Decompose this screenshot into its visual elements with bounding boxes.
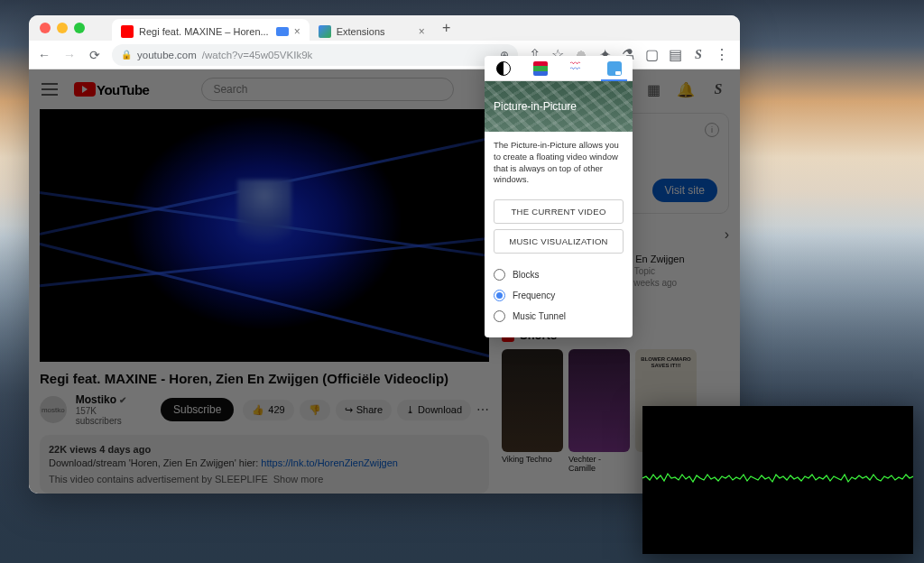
lock-icon: 🔒 (121, 50, 132, 60)
current-video-button[interactable]: THE CURRENT VIDEO (494, 199, 624, 224)
short-item[interactable]: Vechter - Camille (568, 349, 630, 473)
radio-blocks[interactable]: Blocks (494, 264, 624, 285)
thumbs-up-icon: 👍 (252, 404, 264, 416)
video-description[interactable]: 22K views 4 days ago Download/stream 'Ho… (40, 435, 489, 494)
titlebar: Regi feat. MAXINE – Horen... × Extension… (29, 15, 740, 41)
pip-visualization-window[interactable] (642, 406, 913, 554)
radio-icon (494, 269, 505, 281)
chrome-menu-icon[interactable]: ⋮ (715, 48, 729, 62)
radio-icon (494, 290, 505, 301)
new-tab-button[interactable]: + (438, 19, 456, 37)
pip-indicator-icon (276, 27, 289, 36)
tab-title: Extensions (337, 26, 385, 37)
video-title: Regi feat. MAXINE - Horen, Zien En Zwijg… (40, 371, 489, 386)
short-thumbnail (568, 349, 630, 452)
pip-icon (607, 61, 622, 76)
tab-extensions[interactable]: Extensions × (310, 19, 434, 44)
extension-square-icon[interactable]: ▢ (644, 48, 659, 62)
close-tab-icon[interactable]: × (419, 25, 425, 38)
close-window-button[interactable] (40, 23, 51, 33)
popup-tab-strip (485, 56, 633, 81)
tab-title: Regi feat. MAXINE – Horen... (139, 26, 269, 37)
channel-avatar[interactable]: mostko (40, 396, 67, 423)
youtube-play-icon (74, 82, 96, 97)
channel-name[interactable]: Mostiko ✔ (76, 393, 144, 406)
short-thumbnail (502, 349, 563, 452)
toolbar: ← → ⟳ 🔒 youtube.com/watch?v=45w05VKIk9k … (29, 41, 740, 69)
short-item[interactable]: Viking Techno (502, 349, 563, 473)
color-grid-icon (533, 61, 548, 76)
popup-tab-pip[interactable] (596, 56, 633, 80)
extension-favicon-icon (319, 25, 331, 38)
youtube-logo[interactable]: YouTube (74, 82, 149, 97)
like-button[interactable]: 👍429 (243, 400, 293, 420)
address-bar[interactable]: 🔒 youtube.com/watch?v=45w05VKIk9k ⊕ (112, 44, 518, 66)
download-icon: ⤓ (406, 404, 414, 416)
youtube-logo-text: YouTube (97, 82, 149, 97)
search-input[interactable]: Search (201, 78, 454, 101)
radio-frequency[interactable]: Frequency (494, 285, 624, 306)
back-button[interactable]: ← (36, 47, 52, 63)
view-stats: 22K views 4 days ago (49, 444, 480, 455)
waveform-icon (570, 61, 585, 76)
popup-hero-title: Picture-in-Picture (494, 100, 577, 113)
youtube-favicon-icon (121, 25, 134, 38)
youtube-page: YouTube Search ▦ 🔔 S (29, 69, 740, 494)
share-button[interactable]: ↪Share (336, 400, 392, 420)
youtube-header: YouTube Search ▦ 🔔 S (29, 69, 740, 109)
music-visualization-button[interactable]: MUSIC VISUALIZATION (494, 229, 624, 254)
account-avatar-icon[interactable]: S (709, 80, 727, 98)
url-path: /watch?v=45w05VKIk9k (202, 50, 312, 60)
video-player[interactable] (40, 109, 489, 362)
search-placeholder: Search (213, 83, 247, 96)
contrast-icon (496, 61, 511, 76)
show-more-button[interactable]: Show more (273, 474, 324, 485)
fullscreen-window-button[interactable] (74, 23, 85, 33)
radio-music-tunnel[interactable]: Music Tunnel (494, 306, 624, 327)
extension-s-icon[interactable]: S (691, 48, 706, 62)
popup-hero: Picture-in-Picture (485, 81, 633, 132)
subscriber-count: 157K subscribers (76, 406, 144, 426)
description-link[interactable]: https://lnk.to/HorenZienZwijgen (261, 457, 398, 468)
visualization-radio-group: Blocks Frequency Music Tunnel (485, 259, 633, 337)
download-button[interactable]: ⤓Download (397, 400, 471, 420)
extension-popup: Picture-in-Picture The Picture-in-Pictur… (485, 56, 633, 337)
create-icon[interactable]: ▦ (644, 80, 662, 98)
popup-tab-grid[interactable] (522, 56, 559, 80)
radio-icon (494, 310, 505, 322)
share-arrow-icon: ↪ (345, 404, 353, 416)
hamburger-menu-icon[interactable] (42, 83, 58, 96)
minimize-window-button[interactable] (57, 23, 68, 33)
visit-site-button[interactable]: Visit site (652, 179, 717, 202)
tab-youtube[interactable]: Regi feat. MAXINE – Horen... × (112, 19, 310, 44)
ad-info-icon[interactable]: i (705, 123, 719, 137)
verified-icon: ✔ (119, 395, 126, 405)
video-meta-row: mostko Mostiko ✔ 157K subscribers Subscr… (40, 393, 489, 426)
chrome-window: Regi feat. MAXINE – Horen... × Extension… (29, 15, 740, 494)
subscribe-button[interactable]: Subscribe (161, 398, 234, 421)
more-actions-button[interactable]: ⋯ (476, 402, 489, 417)
chips-scroll-right-icon[interactable]: › (725, 226, 729, 243)
notifications-icon[interactable]: 🔔 (677, 80, 695, 98)
popup-tab-wave[interactable] (559, 56, 596, 80)
popup-description: The Picture-in-Picture allows you to cre… (485, 132, 633, 194)
reload-button[interactable]: ⟳ (87, 47, 103, 63)
forward-button[interactable]: → (61, 47, 78, 63)
popup-tab-contrast[interactable] (485, 56, 522, 80)
dislike-button[interactable]: 👎 (300, 400, 330, 420)
thumbs-down-icon: 👎 (309, 404, 321, 416)
frequency-waveform (642, 466, 913, 493)
close-tab-icon[interactable]: × (294, 25, 300, 38)
tab-strip: Regi feat. MAXINE – Horen... × Extension… (112, 19, 456, 44)
url-host: youtube.com (137, 50, 197, 60)
reader-icon[interactable]: ▤ (668, 48, 682, 62)
